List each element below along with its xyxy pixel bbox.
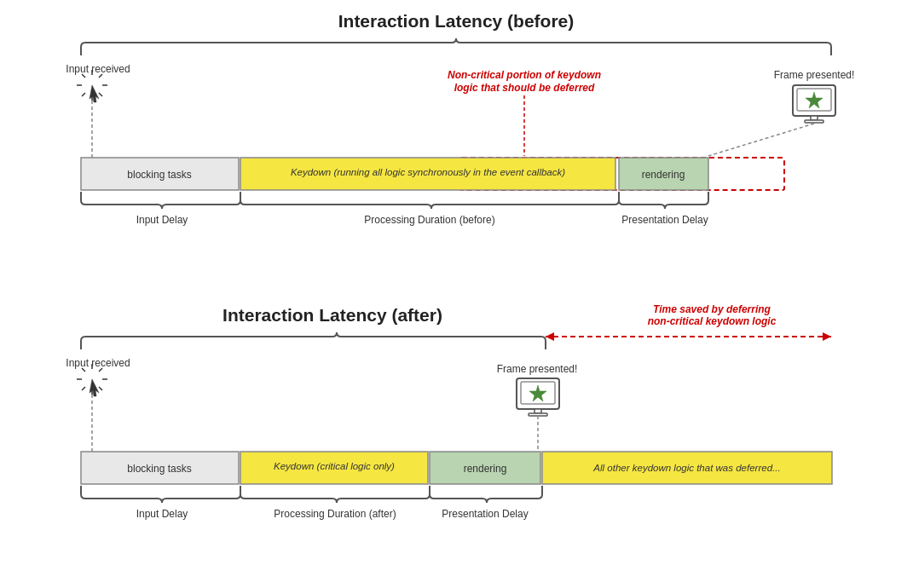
- top-input-delay-label: Input Delay: [136, 214, 188, 226]
- diagram-container: Interaction Latency (before) Input recei…: [0, 0, 913, 588]
- svg-rect-18: [805, 120, 823, 123]
- bottom-presentation-label: Presentation Delay: [442, 508, 528, 520]
- bottom-rendering-label: rendering: [464, 463, 507, 475]
- svg-line-26: [99, 387, 102, 390]
- bottom-blocking-label: blocking tasks: [127, 463, 191, 475]
- svg-line-29: [82, 387, 85, 390]
- top-input-received-label: Input received: [66, 63, 130, 75]
- bottom-diagram-svg: Interaction Latency (after) Time saved b…: [0, 294, 913, 588]
- bottom-processing-label: Processing Duration (after): [274, 508, 396, 520]
- top-processing-label: Processing Duration (before): [364, 214, 494, 226]
- top-rendering-label: rendering: [642, 169, 685, 181]
- svg-line-3: [99, 93, 102, 96]
- top-red-annotation-2: logic that should be deferred: [454, 82, 595, 94]
- svg-marker-22: [546, 332, 554, 341]
- top-presentation-label: Presentation Delay: [621, 214, 708, 226]
- top-diagram-svg: Interaction Latency (before) Input recei…: [0, 0, 913, 294]
- bottom-deferred-label: All other keydown logic that was deferre…: [592, 463, 780, 473]
- svg-line-19: [708, 124, 814, 156]
- time-saved-label-2: non-critical keydown logic: [648, 315, 777, 327]
- time-saved-label: Time saved by deferring: [653, 303, 771, 315]
- svg-marker-21: [823, 332, 831, 341]
- top-title: Interaction Latency (before): [338, 11, 575, 31]
- top-keydown-label: Keydown (running all logic synchronously…: [291, 167, 565, 177]
- bottom-title: Interaction Latency (after): [222, 305, 442, 325]
- bottom-input-received-label: Input received: [66, 357, 130, 369]
- bottom-frame-label: Frame presented!: [497, 363, 578, 375]
- top-frame-label: Frame presented!: [774, 69, 855, 81]
- svg-line-6: [82, 93, 85, 96]
- svg-rect-36: [529, 413, 547, 416]
- top-red-annotation: Non-critical portion of keydown: [448, 69, 601, 81]
- bottom-keydown-label: Keydown (critical logic only): [274, 461, 395, 471]
- bottom-input-delay-label: Input Delay: [136, 508, 188, 520]
- top-blocking-label: blocking tasks: [127, 169, 191, 181]
